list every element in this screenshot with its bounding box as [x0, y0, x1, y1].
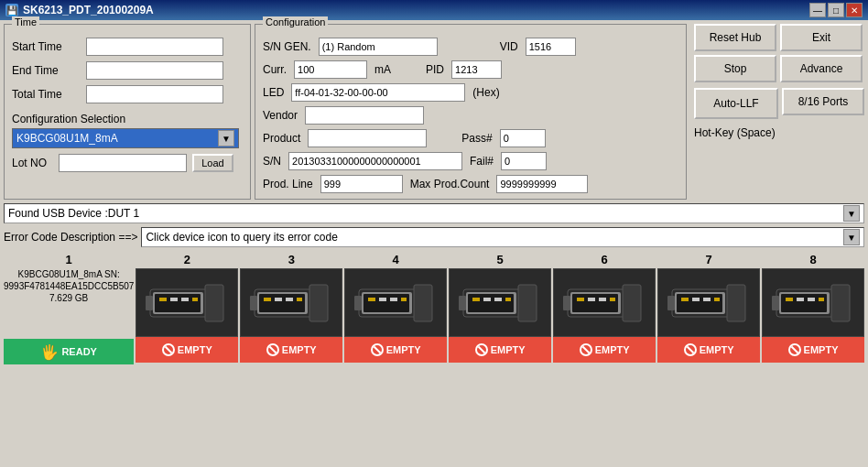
lot-label: Lot NO — [12, 157, 53, 169]
port-item-7: 7 EMPTY — [657, 253, 760, 364]
svg-rect-58 — [786, 298, 793, 301]
load-button[interactable]: Load — [192, 154, 233, 172]
config-dropdown-value: K9BCG08U1M_8mA — [16, 132, 118, 145]
time-panel-title: Time — [12, 16, 39, 27]
curr-input[interactable] — [294, 60, 367, 79]
port-image-4[interactable] — [344, 268, 447, 337]
port-status-btn-3[interactable]: EMPTY — [240, 337, 342, 363]
pass-input[interactable] — [500, 129, 546, 147]
port-image-6[interactable] — [553, 268, 656, 337]
port-status-btn-1[interactable]: 🖐 READY — [4, 339, 134, 364]
dropdown-arrow-icon: ▼ — [218, 130, 234, 147]
port-item-4: 4 EMPTY — [344, 253, 447, 364]
total-time-input[interactable] — [86, 85, 223, 103]
port-status-btn-8[interactable]: EMPTY — [762, 337, 864, 363]
vendor-input[interactable] — [305, 106, 424, 125]
max-prod-input[interactable] — [496, 175, 588, 193]
pid-label: PID — [426, 63, 444, 76]
minimize-button[interactable]: — — [809, 3, 826, 17]
product-input[interactable] — [308, 129, 427, 147]
stop-button[interactable]: Stop — [694, 55, 776, 82]
lot-input[interactable] — [59, 154, 187, 172]
maximize-button[interactable]: □ — [828, 3, 844, 17]
sn-gen-input[interactable] — [319, 38, 438, 56]
port-status-btn-7[interactable]: EMPTY — [657, 337, 760, 363]
svg-rect-48 — [677, 294, 722, 312]
port-status-btn-2[interactable]: EMPTY — [136, 337, 238, 363]
port-image-2[interactable] — [136, 268, 238, 337]
found-device-row: Found USB Device :DUT 1 ▼ — [4, 203, 864, 223]
vid-input[interactable] — [526, 38, 576, 56]
total-time-label: Total Time — [12, 88, 81, 101]
error-code-arrow[interactable]: ▼ — [843, 229, 860, 245]
port-image-7[interactable] — [657, 268, 760, 337]
port-item-2: 2 EMPTY — [136, 253, 238, 364]
svg-rect-35 — [459, 296, 466, 310]
end-time-label: End Time — [12, 64, 81, 77]
svg-rect-2 — [205, 285, 223, 321]
start-time-input[interactable] — [86, 38, 223, 56]
exit-button[interactable]: Exit — [780, 24, 863, 51]
found-device-arrow[interactable]: ▼ — [843, 205, 860, 222]
port-item-1: 1K9BCG08U1M_8mA SN: 9993F4781448EA15DCC5… — [4, 253, 134, 364]
svg-rect-31 — [472, 298, 480, 301]
svg-rect-16 — [297, 298, 302, 301]
config-dropdown[interactable]: K9BCG08U1M_8mA ▼ — [12, 128, 239, 148]
sn-gen-label: S/N GEN. — [263, 40, 311, 53]
prod-line-input[interactable] — [320, 175, 403, 193]
port-image-8[interactable] — [762, 268, 864, 337]
ports-button[interactable]: 8/16 Ports — [782, 88, 864, 115]
port-number-3: 3 — [288, 253, 295, 266]
start-time-label: Start Time — [12, 40, 81, 53]
port-status-btn-4[interactable]: EMPTY — [344, 337, 447, 363]
svg-rect-15 — [286, 298, 293, 301]
max-prod-label: Max Prod.Count — [410, 178, 490, 190]
svg-rect-22 — [368, 298, 375, 301]
port-image-5[interactable] — [449, 268, 551, 337]
svg-rect-3 — [155, 294, 201, 312]
end-time-input[interactable] — [86, 61, 223, 80]
fail-label: Fail# — [470, 155, 494, 168]
window-title: SK6213_PDT_20100209A — [23, 4, 154, 16]
fail-input[interactable] — [501, 152, 547, 170]
svg-rect-53 — [667, 296, 675, 310]
port-item-6: 6 EMPTY — [553, 253, 656, 364]
svg-rect-47 — [727, 285, 745, 321]
svg-rect-33 — [494, 298, 502, 301]
port-status-btn-5[interactable]: EMPTY — [449, 337, 551, 363]
svg-rect-62 — [772, 296, 779, 310]
svg-rect-11 — [309, 285, 328, 321]
svg-rect-51 — [703, 298, 711, 301]
vid-label: VID — [500, 40, 518, 53]
port-number-6: 6 — [602, 253, 608, 266]
advance-button[interactable]: Advance — [780, 55, 863, 82]
svg-rect-50 — [692, 298, 700, 301]
port-item-5: 5 EMPTY — [449, 253, 551, 364]
svg-rect-44 — [563, 296, 570, 310]
port-image-3[interactable] — [240, 268, 342, 337]
svg-rect-8 — [146, 296, 153, 310]
reset-hub-button[interactable]: Reset Hub — [694, 24, 776, 51]
svg-rect-21 — [363, 294, 409, 312]
sn-input[interactable] — [288, 152, 462, 170]
svg-rect-59 — [797, 298, 804, 301]
svg-rect-5 — [170, 298, 178, 301]
svg-rect-29 — [518, 285, 537, 321]
configuration-panel: Configuration S/N GEN. VID Curr. mA PID — [255, 24, 687, 200]
main-content: Time Start Time End Time Total Time Conf… — [0, 20, 868, 368]
curr-unit: mA — [374, 63, 391, 76]
svg-rect-43 — [610, 298, 615, 301]
port-item-8: 8 EMPTY — [762, 253, 864, 364]
time-panel: Time Start Time End Time Total Time Conf… — [4, 24, 251, 200]
svg-rect-20 — [414, 285, 432, 321]
pid-input[interactable] — [451, 60, 502, 79]
port-number-4: 4 — [393, 253, 399, 266]
curr-label: Curr. — [263, 63, 287, 76]
prod-line-label: Prod. Line — [263, 178, 313, 190]
led-input[interactable] — [291, 83, 465, 102]
app-icon: 💾 — [5, 4, 18, 16]
auto-llf-button[interactable]: Auto-LLF — [694, 88, 778, 119]
port-status-btn-6[interactable]: EMPTY — [553, 337, 656, 363]
close-button[interactable]: ✕ — [846, 3, 863, 17]
svg-rect-24 — [390, 298, 397, 301]
